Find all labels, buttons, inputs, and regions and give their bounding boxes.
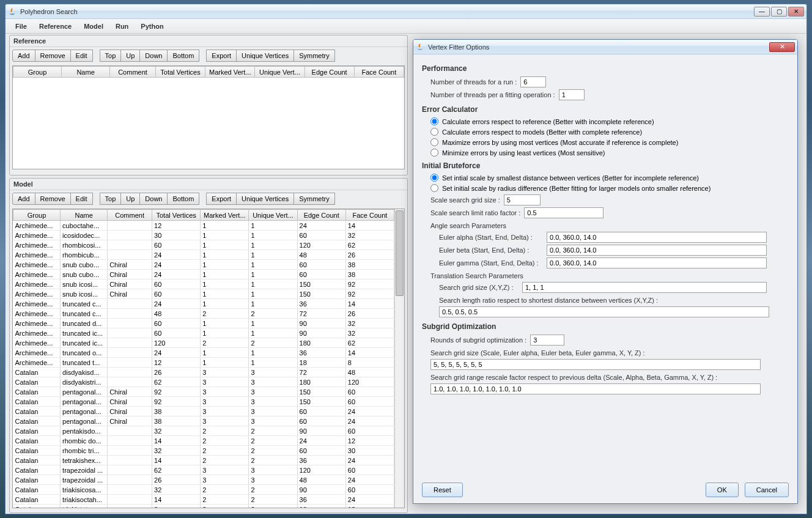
main-titlebar[interactable]: Polyhedron Search — ▢ ✕ (6, 4, 806, 19)
threads-run-input[interactable] (520, 76, 546, 87)
ref-edit-button[interactable]: Edit (70, 50, 93, 62)
mdl-bottom-button[interactable]: Bottom (167, 193, 199, 205)
scrollbar-thumb[interactable] (396, 210, 404, 296)
column-header[interactable]: Unique Vert... (249, 210, 297, 221)
euler-beta-input[interactable] (547, 245, 767, 256)
ref-symmetry-button[interactable]: Symmetry (293, 50, 335, 62)
column-header[interactable]: Face Count (345, 210, 394, 221)
search-grid-xyz-input[interactable] (522, 282, 767, 293)
column-header[interactable]: Total Vertices (155, 67, 205, 78)
menu-model[interactable]: Model (78, 20, 109, 32)
table-row[interactable]: Catalanrhombic tri...32226030 (13, 446, 394, 456)
bruteforce-radio-0[interactable] (430, 174, 438, 182)
column-header[interactable]: Marked Vert... (205, 67, 255, 78)
error-calc-radio-0[interactable] (430, 117, 438, 125)
column-header[interactable]: Edge Count (304, 67, 354, 78)
table-row[interactable]: Catalantrapezoidal ...623312060 (13, 465, 394, 475)
table-row[interactable]: Archimede...truncated d...60119032 (13, 319, 394, 328)
scale-grid-input[interactable] (504, 194, 541, 205)
subgrid-rounds-input[interactable] (530, 335, 564, 346)
table-row[interactable]: Archimede...cuboctahe...12112414 (13, 221, 394, 231)
column-header[interactable]: Comment (110, 67, 156, 78)
ok-button[interactable]: OK (706, 483, 739, 497)
table-row[interactable]: Archimede...snub cubo...Chiral24116038 (13, 260, 394, 270)
bruteforce-radio-1[interactable] (430, 184, 438, 192)
table-row[interactable]: Archimede...truncated c...48227226 (13, 309, 394, 319)
mdl-symmetry-button[interactable]: Symmetry (293, 193, 335, 205)
subgrid-rescale-input[interactable] (430, 383, 761, 394)
table-row[interactable]: Archimede...truncated t...1211188 (13, 358, 394, 368)
column-header[interactable]: Comment (108, 210, 152, 221)
column-header[interactable]: Unique Vert... (255, 67, 304, 78)
threads-fit-input[interactable] (559, 89, 585, 100)
reset-button[interactable]: Reset (422, 483, 463, 497)
search-len-input[interactable] (439, 306, 769, 317)
menu-file[interactable]: File (9, 20, 33, 32)
table-row[interactable]: Catalanpentagonal...Chiral923315060 (13, 397, 394, 407)
menu-run[interactable]: Run (109, 20, 135, 32)
table-row[interactable]: Archimede...snub icosi...Chiral601115092 (13, 279, 394, 289)
menu-reference[interactable]: Reference (33, 20, 78, 32)
table-row[interactable]: Catalantetrakishex...14223624 (13, 456, 394, 465)
error-calc-radio-3[interactable] (430, 149, 438, 157)
column-header[interactable]: Name (62, 67, 110, 78)
euler-alpha-input[interactable] (547, 232, 767, 243)
cancel-button[interactable]: Cancel (745, 483, 789, 497)
ref-export-button[interactable]: Export (206, 50, 237, 62)
column-header[interactable]: Edge Count (297, 210, 345, 221)
table-row[interactable]: Archimede...truncated o...24113614 (13, 348, 394, 358)
table-row[interactable]: Catalanrhombic do...14222412 (13, 436, 394, 446)
table-row[interactable]: Archimede...truncated ic...60119032 (13, 328, 394, 338)
table-row[interactable]: Catalanpentagonal...Chiral923315060 (13, 387, 394, 397)
table-row[interactable]: Catalandisdyakisd...26337248 (13, 368, 394, 377)
maximize-button[interactable]: ▢ (771, 7, 787, 17)
mdl-export-button[interactable]: Export (206, 193, 237, 205)
mdl-up-button[interactable]: Up (120, 193, 140, 205)
column-header[interactable]: Group (13, 210, 61, 221)
column-header[interactable]: Marked Vert... (201, 210, 249, 221)
dialog-titlebar[interactable]: Vertex Fitter Options ✕ (413, 40, 797, 54)
table-row[interactable]: Catalanpentagonal...Chiral38336024 (13, 416, 394, 426)
table-row[interactable]: Catalandisdyakistri...6233180120 (13, 377, 394, 387)
column-header[interactable]: Name (61, 210, 108, 221)
mdl-remove-button[interactable]: Remove (35, 193, 71, 205)
subgrid-grid-input[interactable] (430, 359, 761, 370)
dialog-close-button[interactable]: ✕ (769, 42, 795, 52)
minimize-button[interactable]: — (754, 7, 770, 17)
ref-bottom-button[interactable]: Bottom (167, 50, 199, 62)
menu-python[interactable]: Python (135, 20, 169, 32)
close-button[interactable]: ✕ (788, 7, 804, 17)
table-row[interactable]: Archimede...icosidodec...30116032 (13, 231, 394, 240)
column-header[interactable]: Total Vertices (152, 210, 201, 221)
ref-add-button[interactable]: Add (12, 50, 35, 62)
table-row[interactable]: Catalantriakisoctah...14223624 (13, 495, 394, 505)
mdl-top-button[interactable]: Top (100, 193, 122, 205)
ref-unique-button[interactable]: Unique Vertices (236, 50, 294, 62)
table-row[interactable]: Catalantriakisicosa...32229060 (13, 485, 394, 495)
reference-table[interactable]: GroupNameCommentTotal VerticesMarked Ver… (12, 65, 405, 169)
table-row[interactable]: Archimede...rhombicub...24114826 (13, 250, 394, 260)
table-row[interactable]: Archimede...snub cubo...Chiral24116038 (13, 270, 394, 279)
table-row[interactable]: Archimede...rhombicosi...601112062 (13, 240, 394, 250)
scale-limit-input[interactable] (524, 207, 603, 218)
table-row[interactable]: Archimede...truncated ic...1202218062 (13, 338, 394, 348)
column-header[interactable]: Group (13, 67, 62, 78)
mdl-unique-button[interactable]: Unique Vertices (236, 193, 294, 205)
column-header[interactable]: Face Count (354, 67, 404, 78)
table-row[interactable]: Catalantrapezoidal ...26334824 (13, 475, 394, 485)
table-row[interactable]: Catalanpentagonal...Chiral38336024 (13, 407, 394, 416)
table-row[interactable]: Archimede...snub icosi...Chiral601115092 (13, 289, 394, 299)
model-scrollbar[interactable] (394, 209, 404, 508)
ref-remove-button[interactable]: Remove (35, 50, 71, 62)
euler-gamma-input[interactable] (547, 257, 767, 268)
ref-top-button[interactable]: Top (100, 50, 122, 62)
table-row[interactable]: Archimede...truncated c...24113614 (13, 299, 394, 309)
mdl-down-button[interactable]: Down (139, 193, 168, 205)
mdl-edit-button[interactable]: Edit (70, 193, 93, 205)
ref-down-button[interactable]: Down (139, 50, 168, 62)
table-row[interactable]: Catalanpentakisdo...32229060 (13, 426, 394, 436)
ref-up-button[interactable]: Up (120, 50, 140, 62)
table-row[interactable]: Catalantriakistetra...8221812 (13, 505, 394, 508)
error-calc-radio-1[interactable] (430, 128, 438, 136)
error-calc-radio-2[interactable] (430, 138, 438, 146)
